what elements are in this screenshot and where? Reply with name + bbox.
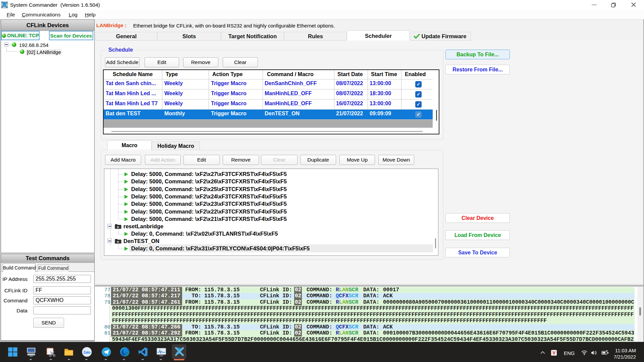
svg-text:Zalo: Zalo <box>83 351 90 354</box>
